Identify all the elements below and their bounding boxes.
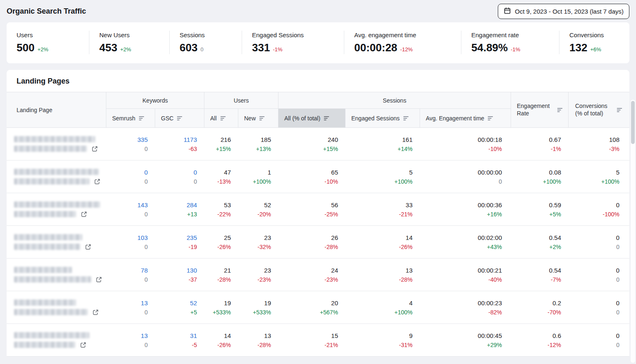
external-link-icon[interactable] <box>94 178 101 185</box>
date-range-picker[interactable]: Oct 9, 2023 - Oct 15, 2023 (last 7 days) <box>498 4 629 19</box>
cell-value[interactable]: 13 <box>141 332 148 340</box>
cell-value: 0 <box>616 299 619 307</box>
redacted-landing-page-line <box>14 178 89 184</box>
cell-value: 14 <box>406 234 413 242</box>
cell-delta: 0 <box>144 244 148 250</box>
kpi-new-users: New Users 453+2% <box>89 31 169 54</box>
external-link-icon[interactable] <box>92 309 99 316</box>
cell-semrush[interactable]: 1030 <box>106 226 155 258</box>
cell-value[interactable]: 13 <box>141 299 148 307</box>
landing-page-cell[interactable] <box>7 193 106 225</box>
vertical-scrollbar[interactable] <box>631 100 635 363</box>
kpi-users: Users 500+2% <box>7 31 89 54</box>
cell-value[interactable]: 1173 <box>184 136 197 144</box>
cell-delta: +13% <box>256 146 271 152</box>
cell-delta: 0 <box>194 178 197 185</box>
cell-delta: -19 <box>189 244 197 250</box>
cell-users_all: 21-28% <box>204 259 238 291</box>
cell-gsc[interactable]: 00 <box>155 160 204 193</box>
redacted-landing-page-line <box>14 276 91 283</box>
kpi-engagement-rate: Engagement rate 54.89%-1% <box>461 31 559 54</box>
column-header-users-all[interactable]: All <box>204 109 238 128</box>
cell-value: 14 <box>224 332 231 340</box>
external-link-icon[interactable] <box>85 244 91 250</box>
external-link-icon[interactable] <box>91 146 98 152</box>
column-header-label: Avg. Engagement time <box>426 115 484 122</box>
cell-delta: -32% <box>257 244 271 250</box>
cell-delta: +100% <box>394 178 413 185</box>
cell-value: 23 <box>264 266 271 275</box>
cell-gsc[interactable]: 31-5 <box>155 324 204 356</box>
cell-semrush[interactable]: 780 <box>106 259 155 291</box>
cell-value[interactable]: 103 <box>137 234 148 242</box>
cell-value[interactable]: 284 <box>187 201 197 209</box>
redacted-landing-page-line <box>14 169 99 175</box>
column-header-semrush[interactable]: Semrush <box>106 109 155 128</box>
cell-value[interactable]: 0 <box>194 168 197 177</box>
scrollbar-thumb[interactable] <box>631 101 635 144</box>
cell-conversions: 00 <box>569 324 629 356</box>
cell-value[interactable]: 52 <box>190 299 197 307</box>
cell-sessions_all: 26-28% <box>278 226 346 258</box>
landing-page-cell[interactable] <box>7 128 106 160</box>
landing-page-cell[interactable] <box>7 324 106 356</box>
cell-users_all: 19+533% <box>204 291 238 323</box>
kpi-value: 54.89% <box>471 41 508 54</box>
table-row: 780130-3721-28%23-23%24-23%13-28%00:00:2… <box>7 259 629 291</box>
cell-value: 33 <box>406 201 413 209</box>
cell-semrush[interactable]: 130 <box>106 291 155 323</box>
cell-delta: -63 <box>189 146 197 152</box>
kpi-engaged-sessions: Engaged Sessions 331-1% <box>242 31 344 54</box>
cell-value[interactable]: 235 <box>187 234 197 242</box>
external-link-icon[interactable] <box>80 342 86 348</box>
column-header-engagement-rate[interactable]: Engagement Rate <box>511 92 569 128</box>
cell-delta: +567% <box>320 309 338 316</box>
cell-gsc[interactable]: 235-19 <box>155 226 204 258</box>
cell-value: 161 <box>402 136 413 144</box>
column-header-conversions[interactable]: Conversions (% of total) <box>569 92 629 128</box>
cell-value: 0.67 <box>549 136 561 144</box>
cell-delta: 0 <box>144 146 148 152</box>
sort-icon <box>324 116 330 121</box>
column-header-gsc[interactable]: GSC <box>155 109 204 128</box>
cell-avg_engagement_time: 00:00:36+16% <box>420 193 511 225</box>
column-header-label: New <box>244 115 256 122</box>
cell-conversions: 5+100% <box>569 160 629 193</box>
cell-value[interactable]: 143 <box>137 201 148 209</box>
kpi-delta: +2% <box>120 46 131 53</box>
kpi-delta: 0 <box>200 46 203 53</box>
landing-page-cell[interactable] <box>7 226 106 258</box>
external-link-icon[interactable] <box>81 211 87 218</box>
column-header-avg-engagement-time[interactable]: Avg. Engagement time <box>420 109 511 128</box>
cell-value[interactable]: 335 <box>137 136 148 144</box>
kpi-value: 453 <box>99 41 117 54</box>
cell-delta: +533% <box>213 309 231 316</box>
cell-engaged_sessions: 14-26% <box>346 226 420 258</box>
cell-gsc[interactable]: 1173-63 <box>155 128 204 160</box>
landing-page-cell[interactable] <box>7 291 106 323</box>
landing-page-cell[interactable] <box>7 259 106 291</box>
cell-value[interactable]: 130 <box>187 266 197 275</box>
cell-gsc[interactable]: 130-37 <box>155 259 204 291</box>
cell-users_all: 47-13% <box>204 160 238 193</box>
column-header-sessions-all-sorted[interactable]: All (% of total) <box>278 109 346 128</box>
cell-value[interactable]: 78 <box>141 266 148 275</box>
column-header-users-new[interactable]: New <box>238 109 278 128</box>
kpi-value: 132 <box>569 41 587 54</box>
cell-users_new: 52-20% <box>238 193 278 225</box>
cell-gsc[interactable]: 284+13 <box>155 193 204 225</box>
cell-value[interactable]: 0 <box>144 168 148 177</box>
cell-semrush[interactable]: 3350 <box>106 128 155 160</box>
redacted-landing-page-line <box>14 267 72 273</box>
landing-page-cell[interactable] <box>7 160 106 193</box>
cell-engaged_sessions: 9-31% <box>346 324 420 356</box>
external-link-icon[interactable] <box>96 276 102 283</box>
cell-semrush[interactable]: 1430 <box>106 193 155 225</box>
cell-conversions: 108-3% <box>569 128 629 160</box>
cell-gsc[interactable]: 52+5 <box>155 291 204 323</box>
cell-semrush[interactable]: 130 <box>106 324 155 356</box>
column-header-engaged-sessions[interactable]: Engaged Sessions <box>346 109 420 128</box>
cell-value[interactable]: 31 <box>190 332 197 340</box>
cell-semrush[interactable]: 00 <box>106 160 155 193</box>
sort-icon <box>139 116 145 121</box>
